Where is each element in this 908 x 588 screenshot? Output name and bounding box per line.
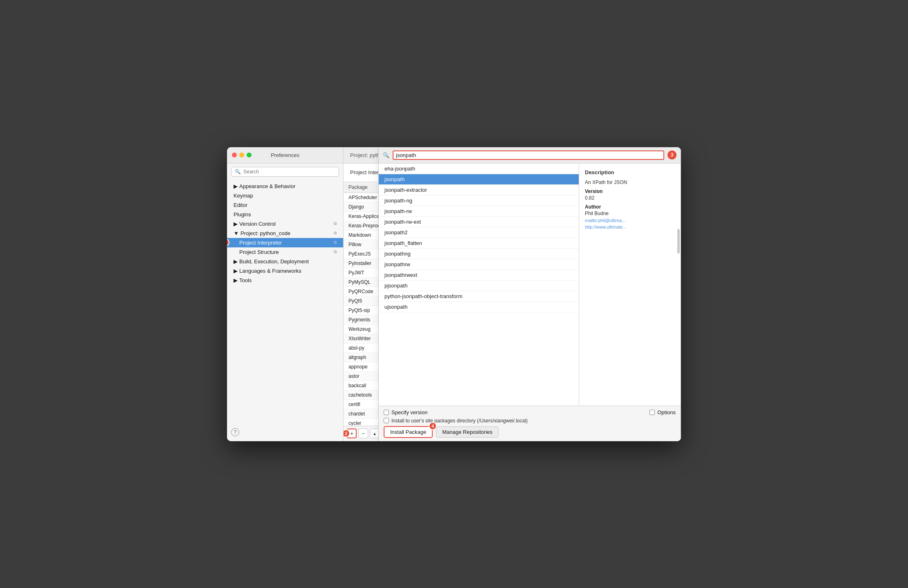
pkg-list-item[interactable]: jsonpathrw — [379, 259, 579, 270]
popup-search-input[interactable] — [393, 150, 664, 160]
pkg-list-item[interactable]: python-jsonpath-object-transform — [379, 291, 579, 302]
title-bar: Preferences — [227, 147, 343, 164]
pkg-list-item[interactable]: jsonpath-rw-ext — [379, 217, 579, 227]
copy-icon-interpreter: ⧉ — [334, 240, 337, 245]
pkg-list-item[interactable]: jsonpath-rw — [379, 206, 579, 217]
copy-icon-project: ⧉ — [334, 231, 337, 236]
expand-arrow: ▶ — [234, 183, 238, 189]
close-button[interactable] — [232, 153, 237, 157]
install-site-row: Install to user's site packages director… — [384, 418, 676, 424]
maximize-button[interactable] — [247, 153, 252, 157]
nav-tree: ▶ Appearance & Behavior Keymap Editor Pl… — [227, 180, 343, 441]
link2[interactable]: http://www.ultimate... — [585, 224, 675, 229]
help-button[interactable]: ? — [231, 428, 239, 436]
badge-3: 3 — [668, 150, 677, 159]
remove-package-button[interactable]: − — [358, 429, 368, 438]
specify-version-row: Specify version Options — [384, 409, 676, 415]
pkg-list-item[interactable]: jsonpath2 — [379, 227, 579, 238]
sidebar-search-box[interactable]: 🔍 — [231, 167, 339, 177]
pkg-list-item[interactable]: eha-jsonpath — [379, 164, 579, 174]
expand-arrow-lang: ▶ — [234, 268, 238, 274]
add-package-button[interactable]: 2 + — [347, 429, 357, 438]
author-value: Phil Budne — [585, 211, 675, 216]
description-title: Description — [585, 169, 675, 175]
copy-icon-structure: ⧉ — [334, 249, 337, 254]
pkg-list-item[interactable]: ujsonpath — [379, 302, 579, 312]
badge-1: 1 — [227, 238, 229, 247]
sidebar-search-input[interactable] — [243, 169, 335, 175]
pkg-list-item[interactable]: pjsonpath — [379, 281, 579, 291]
pkg-list-item[interactable]: jsonpath-extractor — [379, 185, 579, 195]
copy-icon-vc: ⧉ — [334, 221, 337, 226]
popup-search-icon: 🔍 — [383, 152, 389, 158]
specify-version-label: Specify version — [391, 409, 427, 415]
manage-repositories-button[interactable]: Manage Repositories — [436, 426, 499, 438]
install-user-site-label: Install to user's site packages director… — [391, 418, 528, 424]
version-label: Version — [585, 189, 675, 194]
popup-header: 🔍 3 — [379, 147, 681, 164]
description-panel: Description An XPath for JSON Version 0.… — [579, 164, 681, 406]
sidebar-item-editor[interactable]: Editor — [227, 200, 343, 210]
options-label: Options — [657, 409, 676, 415]
sidebar-item-project[interactable]: ▼ Project: python_code ⧉ — [227, 229, 343, 238]
sidebar-item-keymap[interactable]: Keymap — [227, 191, 343, 200]
footer-buttons: Install Package 4 Manage Repositories — [384, 426, 676, 438]
traffic-lights — [232, 153, 252, 157]
pkg-list-item[interactable]: jsonpathrwext — [379, 270, 579, 281]
badge-2: 2 — [344, 429, 350, 438]
minimize-button[interactable] — [239, 153, 244, 157]
pkg-list-item[interactable]: jsonpathng — [379, 249, 579, 259]
sidebar-item-appearance[interactable]: ▶ Appearance & Behavior — [227, 182, 343, 191]
popup-footer: Specify version Options Install to user'… — [379, 406, 681, 441]
sidebar-item-build[interactable]: ▶ Build, Execution, Deployment — [227, 257, 343, 266]
expand-arrow-project: ▼ — [234, 230, 239, 236]
pkg-list-item[interactable]: jsonpath — [379, 174, 579, 185]
expand-arrow-tools: ▶ — [234, 277, 238, 283]
install-package-button[interactable]: Install Package 4 — [384, 426, 433, 438]
sidebar-item-tools[interactable]: ▶ Tools — [227, 276, 343, 285]
sidebar-item-plugins[interactable]: Plugins — [227, 210, 343, 219]
pkg-list-item[interactable]: jsonpath_flatten — [379, 238, 579, 249]
specify-version-checkbox[interactable] — [384, 410, 389, 415]
expand-arrow-vc: ▶ — [234, 221, 238, 227]
package-list: eha-jsonpathjsonpathjsonpath-extractorjs… — [379, 164, 579, 406]
author-label: Author — [585, 204, 675, 210]
badge-4: 4 — [429, 422, 437, 430]
pkg-list-item[interactable]: jsonpath-ng — [379, 195, 579, 206]
link1[interactable]: mailto:phil@ultima... — [585, 218, 675, 223]
sidebar-item-structure[interactable]: Project Structure ⧉ — [227, 247, 343, 257]
package-search-popup: 🔍 3 eha-jsonpathjsonpathjsonpath-extract… — [378, 147, 681, 441]
sidebar-item-languages[interactable]: ▶ Languages & Frameworks — [227, 266, 343, 276]
options-checkbox[interactable] — [650, 410, 655, 415]
sidebar-item-version-control[interactable]: ▶ Version Control ⧉ — [227, 219, 343, 229]
expand-arrow-build: ▶ — [234, 258, 238, 265]
version-value: 0.82 — [585, 195, 675, 201]
window-title: Preferences — [271, 152, 299, 158]
search-icon: 🔍 — [235, 169, 241, 175]
sidebar-item-interpreter[interactable]: 1 Project Interpreter ⧉ — [227, 238, 343, 247]
preferences-sidebar: Preferences 🔍 ▶ Appearance & Behavior Ke… — [227, 147, 344, 441]
scrollbar-indicator — [677, 229, 680, 254]
pkg-list-container: eha-jsonpathjsonpathjsonpath-extractorjs… — [379, 164, 579, 312]
popup-body: eha-jsonpathjsonpathjsonpath-extractorjs… — [379, 164, 681, 406]
app-window: Preferences 🔍 ▶ Appearance & Behavior Ke… — [227, 147, 681, 441]
description-text: An XPath for JSON — [585, 180, 675, 185]
install-user-site-checkbox[interactable] — [384, 418, 389, 423]
